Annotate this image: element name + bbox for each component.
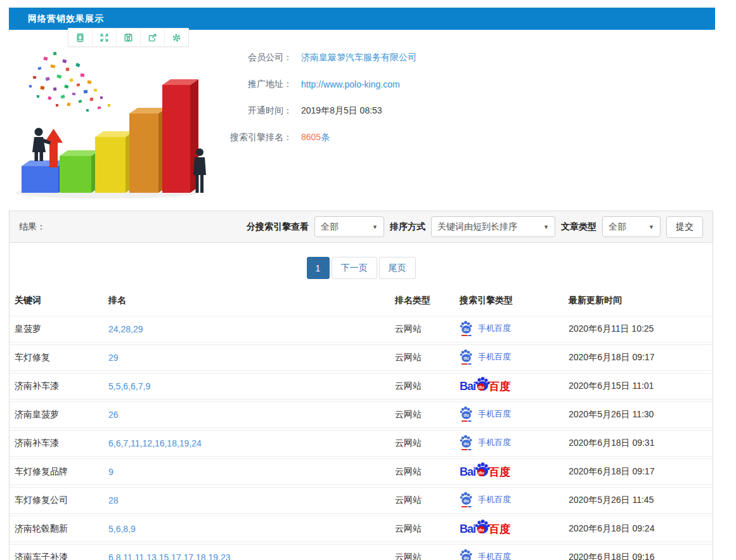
rank-type-cell: 云网站 xyxy=(390,373,455,400)
baidu-logo: Bai du 百度 xyxy=(460,462,510,481)
keyword-cell: 车灯修复公司 xyxy=(10,487,103,514)
svg-text:du: du xyxy=(463,441,469,446)
table-row: 车灯修复公司 28 云网站 du 手机百度 2020年5月26日 11:45 xyxy=(10,487,713,514)
engine-cell: du 手机百度 xyxy=(455,316,564,342)
table-row: 济南车子补漆 6,8,11,11,13,15,17,17,18,19,23 云网… xyxy=(10,544,713,560)
company-link[interactable]: 济南皇簸箩汽车服务有限公司 xyxy=(301,52,416,63)
ranks-cell: 26 xyxy=(103,401,390,428)
baidu-paw-icon: du xyxy=(460,492,474,508)
chevron-down-icon: ▼ xyxy=(643,224,654,230)
mobile-baidu-badge: du 手机百度 xyxy=(460,492,511,508)
mobile-baidu-badge: du 手机百度 xyxy=(460,434,511,451)
submit-button[interactable]: 提交 xyxy=(666,216,703,238)
settings-button[interactable] xyxy=(165,29,188,46)
mobile-baidu-label: 手机百度 xyxy=(478,351,511,363)
svg-text:du: du xyxy=(478,384,484,390)
svg-text:du: du xyxy=(463,413,469,417)
rank-type-cell: 云网站 xyxy=(390,487,455,514)
rank-type-cell: 云网站 xyxy=(390,459,455,485)
engine-filter-label: 分搜索引擎查看 xyxy=(247,221,309,233)
keyword-cell: 皇菠萝 xyxy=(10,316,103,342)
table-row: 济南补车漆 5,5,6,6,7,9 云网站 Bai du 百度 2020年6月1… xyxy=(10,373,713,400)
table-row: 济南轮毂翻新 5,6,8,9 云网站 Bai du 百度 2020年6月18日 … xyxy=(10,516,713,542)
page-title: 网络营销效果展示 xyxy=(9,13,104,25)
baidu-paw-icon: du xyxy=(460,434,474,451)
ranks-cell: 29 xyxy=(103,344,390,371)
baidu-logo-bai: Bai xyxy=(460,466,475,479)
ranks-link[interactable]: 26 xyxy=(108,410,119,420)
ranks-cell: 9 xyxy=(103,459,390,485)
gear-icon xyxy=(172,33,181,42)
engine-rank-value: 8605条 xyxy=(301,132,330,143)
page-1-button[interactable]: 1 xyxy=(307,257,330,279)
pagination: 1 下一页 尾页 xyxy=(10,257,713,279)
rank-type-cell: 云网站 xyxy=(390,544,455,560)
ranks-link[interactable]: 28 xyxy=(108,495,119,505)
keyword-cell: 济南补车漆 xyxy=(10,430,103,457)
mobile-baidu-label: 手机百度 xyxy=(478,323,511,334)
svg-text:du: du xyxy=(463,356,469,360)
updated-cell: 2020年6月18日 09:31 xyxy=(564,430,713,457)
rank-type-cell: 云网站 xyxy=(390,430,455,457)
mobile-baidu-badge: du 手机百度 xyxy=(460,349,511,365)
baidu-logo: Bai du 百度 xyxy=(460,377,510,396)
save-button[interactable] xyxy=(117,29,141,46)
fullscreen-button[interactable] xyxy=(93,29,117,46)
promo-url-link[interactable]: http://www.polo-king.com xyxy=(301,79,400,89)
svg-text:du: du xyxy=(478,470,484,476)
sort-filter-select[interactable]: 关键词由短到长排序 ▼ xyxy=(431,216,555,237)
bar-chart-decoration xyxy=(22,79,198,193)
ranks-cell: 5,6,8,9 xyxy=(103,516,390,542)
table-row: 车灯修复品牌 9 云网站 Bai du 百度 2020年6月18日 09:17 xyxy=(10,459,713,485)
engine-rank-label: 搜索引擎排名： xyxy=(219,132,292,143)
open-time-value: 2019年8月5日 08:53 xyxy=(301,105,382,117)
widget-toolbar xyxy=(68,28,189,47)
engine-cell: du 手机百度 xyxy=(455,401,564,428)
engine-cell: du 手机百度 xyxy=(455,487,564,514)
updated-cell: 2020年5月26日 11:30 xyxy=(564,401,713,428)
baidu-paw-icon: du xyxy=(460,406,474,422)
keyword-cell: 济南皇菠萝 xyxy=(10,401,103,428)
next-page-button[interactable]: 下一页 xyxy=(332,257,377,279)
ranks-cell: 5,5,6,6,7,9 xyxy=(103,373,390,400)
ranks-cell: 6,8,11,11,13,15,17,17,18,19,23 xyxy=(103,544,390,560)
rank-type-cell: 云网站 xyxy=(390,516,455,542)
page-header: 网络营销效果展示 xyxy=(9,8,715,30)
rank-type-cell: 云网站 xyxy=(390,401,455,428)
engine-filter-select[interactable]: 全部 ▼ xyxy=(314,216,384,237)
keyword-cell: 济南轮毂翻新 xyxy=(10,516,103,542)
mobile-baidu-label: 手机百度 xyxy=(478,437,511,448)
chevron-down-icon: ▼ xyxy=(367,224,378,230)
keyword-cell: 济南车子补漆 xyxy=(10,544,103,560)
updated-cell: 2020年6月18日 09:16 xyxy=(564,544,713,560)
ranks-link[interactable]: 9 xyxy=(108,467,113,477)
ranks-link[interactable]: 5,5,6,6,7,9 xyxy=(108,381,150,391)
keyword-cell: 车灯修复品牌 xyxy=(10,459,103,485)
article-type-select[interactable]: 全部 ▼ xyxy=(602,216,661,237)
share-button[interactable] xyxy=(141,29,165,46)
rank-type-cell: 云网站 xyxy=(390,344,455,371)
engine-cell: Bai du 百度 xyxy=(455,373,564,400)
device-button[interactable] xyxy=(68,29,93,46)
confetti-decoration xyxy=(29,52,110,112)
baidu-logo-cn: 百度 xyxy=(489,522,510,537)
last-page-button[interactable]: 尾页 xyxy=(379,257,416,279)
fullscreen-icon xyxy=(100,33,109,42)
svg-text:du: du xyxy=(463,498,469,503)
col-keyword: 关键词 xyxy=(10,290,103,314)
article-type-label: 文章类型 xyxy=(561,221,597,233)
table-row: 车灯修复 29 云网站 du 手机百度 2020年6月18日 09:17 xyxy=(10,344,713,371)
keyword-cell: 济南补车漆 xyxy=(10,373,103,400)
col-engine-type: 搜索引擎类型 xyxy=(455,290,564,314)
engine-cell: Bai du 百度 xyxy=(455,516,564,542)
rank-type-cell: 云网站 xyxy=(390,316,455,342)
company-label: 会员公司： xyxy=(219,52,292,63)
ranks-link[interactable]: 29 xyxy=(108,353,119,363)
updated-cell: 2020年6月18日 09:17 xyxy=(564,459,713,485)
ranks-link[interactable]: 6,6,7,11,12,16,18,19,24 xyxy=(108,438,202,448)
updated-cell: 2020年5月26日 11:45 xyxy=(564,487,713,514)
ranks-link[interactable]: 5,6,8,9 xyxy=(108,524,136,534)
ranks-link[interactable]: 6,8,11,11,13,15,17,17,18,19,23 xyxy=(108,552,231,560)
ranks-link[interactable]: 24,28,29 xyxy=(108,324,143,334)
col-rank-type: 排名类型 xyxy=(390,290,455,314)
